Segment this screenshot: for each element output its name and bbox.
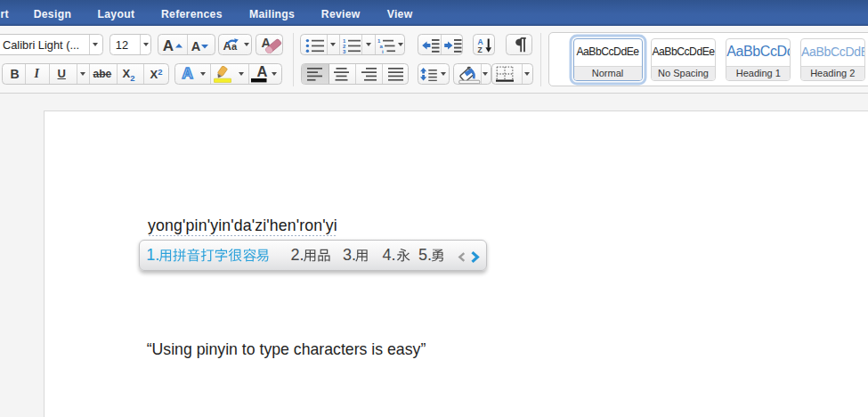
svg-text:3: 3	[343, 49, 346, 54]
svg-text:i: i	[382, 49, 384, 53]
svg-text:5.: 5.	[419, 246, 433, 264]
svg-text:Z: Z	[477, 45, 482, 53]
svg-text:1.: 1.	[147, 246, 160, 264]
svg-text:3.: 3.	[343, 246, 356, 264]
svg-text:2.: 2.	[291, 246, 304, 264]
svg-text:4.: 4.	[383, 246, 396, 264]
